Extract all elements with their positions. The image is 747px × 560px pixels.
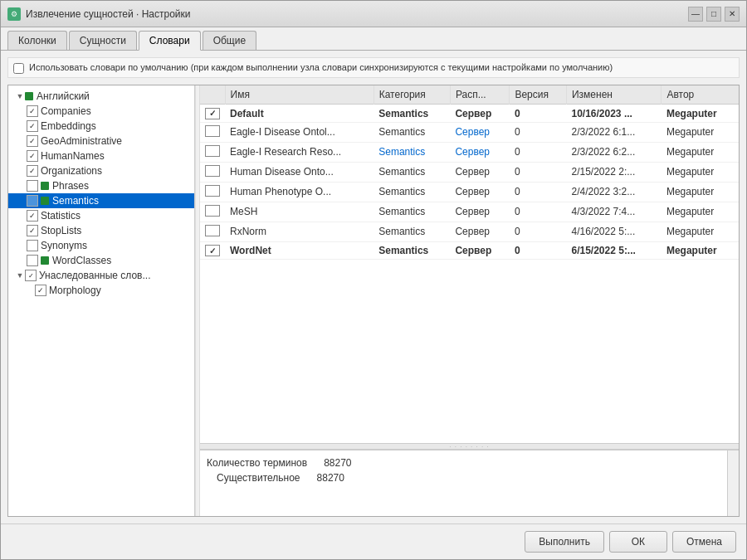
- col-category[interactable]: Категория: [374, 85, 450, 105]
- row-author-0: Megaputer: [662, 105, 739, 123]
- title-bar: ⚙ Извлечение сущностей · Настройки — □ ✕: [1, 1, 746, 27]
- row-version-1: 0: [510, 122, 567, 142]
- minimize-button[interactable]: —: [688, 7, 703, 22]
- execute-button[interactable]: Выполнить: [525, 531, 604, 553]
- tabs-bar: Колонки Сущности Словари Общие: [1, 27, 746, 51]
- row-version-3: 0: [510, 162, 567, 182]
- check-organizations: ✓: [27, 165, 38, 177]
- terms-count-value: 88270: [324, 457, 351, 469]
- content-area: Использовать словари по умолчанию (при к…: [1, 51, 746, 523]
- row-changed-6: 4/16/2022 5:...: [566, 222, 661, 241]
- tree-item-wordclasses[interactable]: WordClasses: [8, 253, 194, 268]
- tree-item-organizations[interactable]: ✓ Organizations: [8, 163, 194, 178]
- maximize-button[interactable]: □: [706, 7, 721, 22]
- row-changed-1: 2/3/2022 6:1...: [566, 122, 661, 142]
- app-icon: ⚙: [7, 7, 21, 21]
- row-author-6: Megaputer: [662, 222, 739, 241]
- tree-label-wordclasses: WordClasses: [52, 255, 111, 266]
- table-row[interactable]: MeSH Semantics Сервер 0 4/3/2022 7:4... …: [200, 202, 739, 222]
- row-name-1: Eagle-I Disease Ontol...: [225, 122, 374, 142]
- tree-item-statistics[interactable]: ✓ Statistics: [8, 208, 194, 223]
- check-morphology: ✓: [35, 285, 46, 296]
- table-row[interactable]: Human Disease Onto... Semantics Сервер 0…: [200, 162, 739, 182]
- tree-group-label-inherited: Унаследованные слов...: [39, 270, 150, 281]
- row-version-6: 0: [510, 222, 567, 241]
- tree-group-english[interactable]: ▼ Английский: [8, 89, 194, 104]
- tree-item-semantics[interactable]: Semantics: [8, 193, 194, 208]
- sync-label: Использовать словари по умолчанию (при к…: [29, 61, 613, 74]
- row-location-7: Сервер: [450, 241, 510, 260]
- tab-dictionaries[interactable]: Словари: [139, 31, 201, 51]
- scrollbar-track[interactable]: [727, 450, 739, 516]
- row-check-5: [205, 205, 220, 217]
- row-category-4: Semantics: [374, 182, 450, 202]
- check-wordclasses: [27, 255, 38, 266]
- title-bar-left: ⚙ Извлечение сущностей · Настройки: [7, 7, 191, 21]
- ok-button[interactable]: ОК: [609, 531, 667, 553]
- row-check-3: [205, 165, 220, 177]
- panel-resizer[interactable]: · · · · · · · ·: [200, 443, 739, 450]
- row-name-0: Default: [225, 105, 374, 123]
- table-row[interactable]: ✓ Default Semantics Сервер 0 10/16/2023 …: [200, 105, 739, 123]
- noun-label: Существительное: [207, 472, 300, 484]
- tree-item-synonyms[interactable]: Synonyms: [8, 238, 194, 253]
- noun-value: 88270: [317, 472, 344, 484]
- close-button[interactable]: ✕: [725, 7, 740, 22]
- table-container: Имя Категория Расп... Версия Изменен Авт…: [200, 85, 739, 443]
- main-window: ⚙ Извлечение сущностей · Настройки — □ ✕…: [0, 0, 747, 560]
- row-location-3: Сервер: [450, 162, 510, 182]
- table-row[interactable]: ✓ WordNet Semantics Сервер 0 6/15/2022 5…: [200, 241, 739, 260]
- col-check[interactable]: [200, 85, 225, 105]
- row-check-4: [205, 185, 220, 197]
- tab-entities[interactable]: Сущности: [69, 31, 137, 50]
- tree-item-phrases[interactable]: Phrases: [8, 178, 194, 193]
- row-location-0: Сервер: [450, 105, 510, 123]
- col-name[interactable]: Имя: [225, 85, 374, 105]
- dictionaries-table: Имя Категория Расп... Версия Изменен Авт…: [200, 85, 739, 260]
- row-author-4: Megaputer: [662, 182, 739, 202]
- row-check-2: [205, 145, 220, 157]
- col-location[interactable]: Расп...: [450, 85, 510, 105]
- row-category-6: Semantics: [374, 222, 450, 241]
- right-panel: Имя Категория Расп... Версия Изменен Авт…: [200, 85, 739, 516]
- table-row[interactable]: RxNorm Semantics Сервер 0 4/16/2022 5:..…: [200, 222, 739, 241]
- row-changed-4: 2/4/2022 3:2...: [566, 182, 661, 202]
- table-row[interactable]: Human Phenotype O... Semantics Сервер 0 …: [200, 182, 739, 202]
- color-dot-phrases: [41, 182, 49, 190]
- col-changed[interactable]: Изменен: [566, 85, 661, 105]
- row-location-5: Сервер: [450, 202, 510, 222]
- color-dot-wordclasses: [41, 256, 49, 265]
- tree-label-companies: Companies: [41, 105, 91, 117]
- row-check-1: [205, 125, 220, 137]
- tab-general[interactable]: Общие: [203, 31, 256, 50]
- title-controls: — □ ✕: [688, 7, 740, 22]
- tree-label-morphology: Morphology: [49, 285, 101, 296]
- left-panel: ▼ Английский ✓ Companies ✓ Embeddings: [8, 85, 195, 516]
- bottom-info-scroll[interactable]: Количество терминов 88270 Существительно…: [200, 450, 739, 516]
- sync-checkbox[interactable]: [13, 63, 24, 74]
- row-name-5: MeSH: [225, 202, 374, 222]
- row-category-7: Semantics: [374, 241, 450, 260]
- col-version[interactable]: Версия: [510, 85, 567, 105]
- row-category-5: Semantics: [374, 202, 450, 222]
- tree-label-geoadmin: GeoAdministrative: [41, 135, 122, 147]
- expand-icon-inherited: ▼: [15, 270, 25, 280]
- tree-item-stoplists[interactable]: ✓ StopLists: [8, 223, 194, 238]
- noun-row: Существительное 88270: [207, 470, 732, 485]
- tree-item-embeddings[interactable]: ✓ Embeddings: [8, 119, 194, 134]
- tree-item-companies[interactable]: ✓ Companies: [8, 104, 194, 119]
- tree-label-semantics: Semantics: [52, 195, 99, 207]
- tree-item-morphology[interactable]: ✓ Morphology: [8, 283, 194, 298]
- cancel-button[interactable]: Отмена: [672, 531, 736, 553]
- col-author[interactable]: Автор: [662, 85, 739, 105]
- tab-columns[interactable]: Колонки: [7, 31, 67, 50]
- table-row[interactable]: Eagle-I Disease Ontol... Semantics Серве…: [200, 122, 739, 142]
- tree-item-humannames[interactable]: ✓ HumanNames: [8, 149, 194, 163]
- table-row[interactable]: Eagle-I Research Reso... Semantics Серве…: [200, 142, 739, 162]
- row-check-7: ✓: [205, 245, 220, 256]
- bottom-info-panel: Количество терминов 88270 Существительно…: [200, 450, 739, 516]
- check-statistics: ✓: [27, 210, 38, 222]
- tree-group-inherited[interactable]: ▼ ✓ Унаследованные слов...: [8, 268, 194, 283]
- row-name-7: WordNet: [225, 241, 374, 260]
- tree-item-geoadmin[interactable]: ✓ GeoAdministrative: [8, 134, 194, 149]
